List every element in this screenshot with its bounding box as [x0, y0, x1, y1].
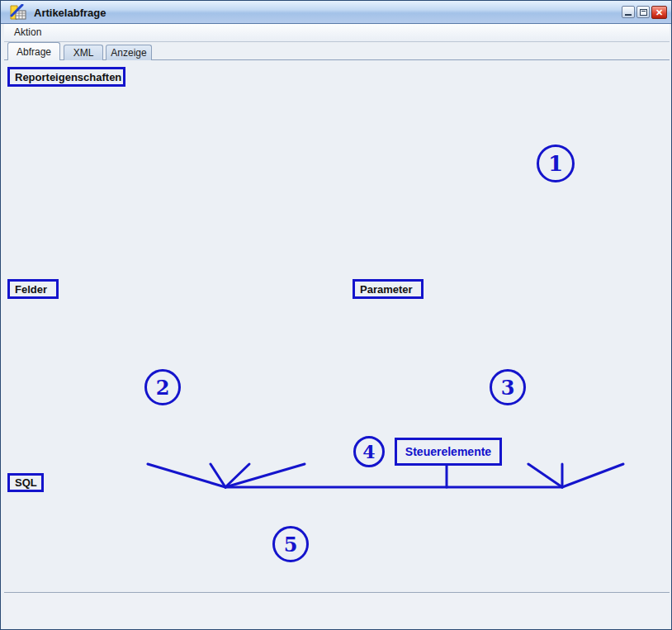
- title-bar[interactable]: Artikelabfrage ✕: [1, 1, 672, 24]
- bottom-button-bar: [4, 592, 670, 628]
- abfrage-tab-content: [4, 59, 670, 592]
- close-icon: ✕: [655, 8, 663, 17]
- minimize-icon: [625, 14, 632, 16]
- annotation-circle-1: 1: [537, 144, 575, 182]
- annotation-circle-3: 3: [490, 369, 526, 405]
- tab-anzeige[interactable]: Anzeige: [106, 45, 152, 60]
- maximize-button[interactable]: [637, 6, 650, 18]
- parameter-title: Parameter: [360, 283, 413, 296]
- main-tab-strip: Abfrage XML Anzeige: [4, 42, 670, 59]
- app-icon: [9, 4, 29, 21]
- menu-bar: Aktion: [4, 24, 670, 42]
- tab-abfrage[interactable]: Abfrage: [7, 42, 60, 60]
- felder-title-annotated: Felder: [7, 279, 59, 299]
- minimize-button[interactable]: [622, 6, 635, 18]
- window-title: Artikelabfrage: [34, 7, 106, 19]
- close-button[interactable]: ✕: [651, 6, 667, 19]
- parameter-title-annotated: Parameter: [353, 279, 424, 299]
- report-section-title-annotated: Reporteigenschaften: [7, 67, 125, 87]
- artikelabfrage-window: Artikelabfrage ✕ Aktion Abfrage XML Anze…: [0, 0, 672, 630]
- steuerelemente-annotation-label: Steuerelemente: [395, 438, 502, 466]
- annotation-circle-2: 2: [144, 369, 181, 405]
- maximize-icon: [640, 9, 647, 16]
- felder-title: Felder: [15, 283, 47, 296]
- sql-title-annotated: SQL: [7, 473, 44, 492]
- annotation-circle-4: 4: [353, 436, 385, 467]
- sql-title: SQL: [15, 476, 37, 489]
- report-section-title: Reporteigenschaften: [15, 71, 121, 83]
- menu-aktion[interactable]: Aktion: [6, 24, 50, 38]
- annotation-circle-5: 5: [272, 526, 309, 562]
- tab-xml[interactable]: XML: [64, 45, 103, 60]
